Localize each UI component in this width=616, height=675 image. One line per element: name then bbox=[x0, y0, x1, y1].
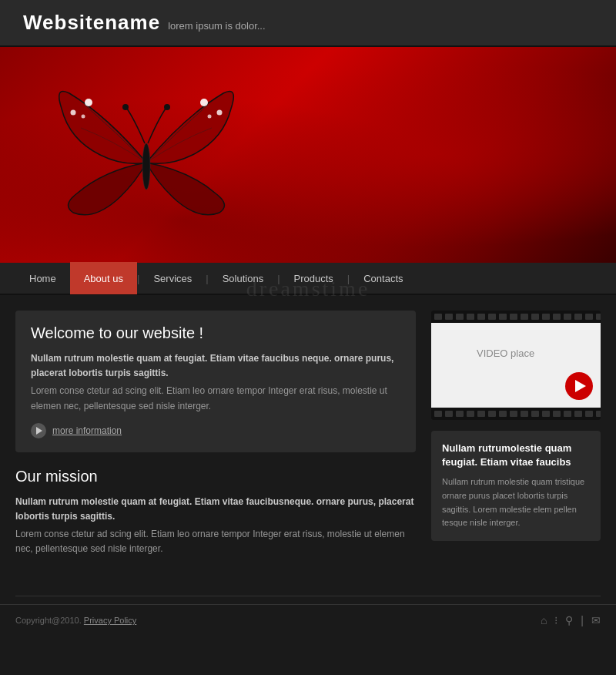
main-content: Welcome to our website ! Nullam rutrum m… bbox=[0, 295, 616, 588]
menu-icon[interactable]: ⁝ bbox=[554, 614, 557, 626]
mission-normal-text: Lorem conse ctetur ad scing elit. Etiam … bbox=[15, 527, 416, 556]
site-name: Websitename bbox=[23, 11, 160, 35]
film-hole bbox=[445, 411, 453, 417]
butterfly-illustration bbox=[46, 70, 246, 258]
separator-icon: | bbox=[581, 614, 584, 626]
hero-banner bbox=[0, 47, 616, 263]
film-hole bbox=[434, 411, 442, 417]
svg-point-4 bbox=[217, 110, 223, 116]
welcome-normal-text: Lorem conse ctetur ad scing elit. Etiam … bbox=[31, 384, 400, 413]
sidebar-body: Nullam rutrum molestie quam tristique or… bbox=[442, 475, 590, 529]
film-hole bbox=[521, 314, 528, 320]
footer: Copyright@2010. Privacy Policy ⌂ ⁝ ⚲ | ✉ bbox=[0, 604, 616, 636]
svg-point-3 bbox=[200, 99, 208, 106]
nav-solutions[interactable]: Solutions bbox=[209, 262, 277, 294]
right-column: VIDEO place bbox=[431, 311, 601, 573]
svg-point-7 bbox=[122, 104, 129, 110]
film-hole bbox=[477, 314, 485, 320]
welcome-box: Welcome to our website ! Nullam rutrum m… bbox=[15, 311, 416, 452]
mission-box: Our mission Nullam rutrum molestie quam … bbox=[15, 468, 416, 557]
left-column: Welcome to our website ! Nullam rutrum m… bbox=[15, 311, 431, 573]
svg-point-0 bbox=[85, 99, 92, 106]
sidebar-text-box: Nullam rutrumolestie quam feugiat. Etiam… bbox=[431, 431, 601, 541]
nav-home[interactable]: Home bbox=[15, 262, 70, 294]
film-hole bbox=[510, 411, 517, 417]
film-hole bbox=[434, 314, 442, 320]
site-tagline: lorem ipsum is dolor... bbox=[168, 20, 265, 32]
film-hole bbox=[531, 314, 539, 320]
privacy-link[interactable]: Privacy Policy bbox=[84, 616, 136, 625]
search-icon[interactable]: ⚲ bbox=[565, 614, 573, 626]
film-hole bbox=[510, 314, 517, 320]
film-hole bbox=[542, 411, 550, 417]
film-hole bbox=[564, 314, 571, 320]
welcome-bold-text: Nullam rutrum molestie quam at feugiat. … bbox=[31, 351, 400, 381]
video-label: VIDEO place bbox=[477, 348, 555, 384]
film-hole bbox=[488, 314, 496, 320]
film-hole bbox=[456, 411, 464, 417]
svg-point-8 bbox=[164, 104, 170, 110]
svg-point-1 bbox=[71, 110, 76, 116]
header: Websitename lorem ipsum is dolor... bbox=[0, 0, 616, 47]
divider bbox=[15, 596, 601, 596]
film-hole bbox=[456, 314, 464, 320]
copyright-text: Copyright@2010. bbox=[15, 616, 82, 625]
video-play-button[interactable] bbox=[565, 372, 593, 400]
more-info-link[interactable]: more information bbox=[52, 425, 122, 436]
film-hole bbox=[564, 411, 571, 417]
film-hole bbox=[574, 411, 582, 417]
film-hole bbox=[574, 314, 582, 320]
nav-services[interactable]: Services bbox=[139, 262, 206, 294]
film-hole bbox=[499, 314, 507, 320]
svg-point-5 bbox=[208, 115, 212, 119]
nav-contacts[interactable]: Contacts bbox=[350, 262, 417, 294]
film-hole bbox=[553, 314, 561, 320]
film-hole bbox=[477, 411, 485, 417]
play-icon-small[interactable] bbox=[31, 423, 46, 438]
film-strip-bottom bbox=[431, 408, 601, 420]
film-hole bbox=[585, 314, 593, 320]
film-hole bbox=[542, 314, 550, 320]
nav-products[interactable]: Products bbox=[280, 262, 347, 294]
film-hole bbox=[499, 411, 507, 417]
navbar: Home About us | Services | Solutions | P… bbox=[0, 263, 616, 295]
film-hole bbox=[467, 314, 474, 320]
film-hole bbox=[521, 411, 528, 417]
mission-title: Our mission bbox=[15, 468, 416, 485]
mission-bold-text: Nullam rutrum molestie quam at feugiat. … bbox=[15, 495, 416, 524]
nav-about[interactable]: About us bbox=[70, 262, 137, 294]
footer-left: Copyright@2010. Privacy Policy bbox=[15, 616, 136, 625]
footer-icons: ⌂ ⁝ ⚲ | ✉ bbox=[541, 614, 601, 626]
video-screen: VIDEO place bbox=[431, 323, 601, 408]
film-strip-top bbox=[431, 311, 601, 323]
film-hole bbox=[596, 314, 601, 320]
film-hole bbox=[488, 411, 496, 417]
sidebar-title: Nullam rutrumolestie quam feugiat. Etiam… bbox=[442, 442, 590, 469]
email-icon[interactable]: ✉ bbox=[591, 614, 601, 626]
welcome-title: Welcome to our website ! bbox=[31, 324, 400, 342]
film-hole bbox=[531, 411, 539, 417]
home-icon[interactable]: ⌂ bbox=[541, 614, 547, 626]
film-hole bbox=[467, 411, 474, 417]
more-info-row: more information bbox=[31, 423, 400, 438]
film-hole bbox=[596, 411, 601, 417]
film-hole bbox=[585, 411, 593, 417]
svg-point-2 bbox=[82, 115, 85, 119]
video-box: VIDEO place bbox=[431, 311, 601, 420]
svg-point-6 bbox=[142, 143, 150, 190]
film-hole bbox=[553, 411, 561, 417]
film-hole bbox=[445, 314, 453, 320]
